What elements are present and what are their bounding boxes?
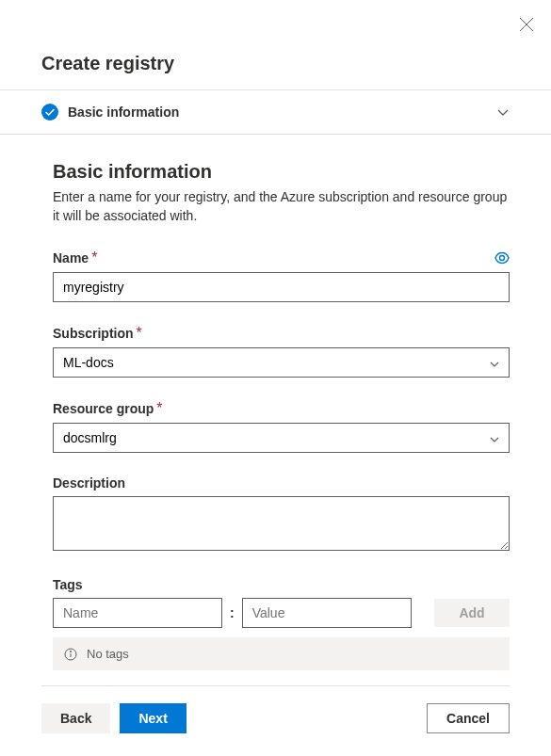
resource-group-select[interactable] (53, 423, 510, 453)
name-label: Name (53, 250, 89, 265)
description-label: Description (53, 475, 125, 491)
close-icon[interactable] (519, 17, 534, 32)
tags-label: Tags (53, 577, 83, 592)
check-circle-icon (41, 104, 58, 121)
cancel-button[interactable]: Cancel (427, 703, 510, 733)
name-input[interactable] (53, 272, 510, 302)
subscription-select[interactable] (53, 347, 510, 378)
required-asterisk: * (156, 400, 162, 417)
svg-point-3 (500, 256, 505, 261)
next-button[interactable]: Next (120, 703, 186, 733)
add-tag-button[interactable]: Add (434, 599, 510, 627)
svg-point-2 (41, 104, 58, 121)
required-asterisk: * (137, 325, 142, 342)
required-asterisk: * (91, 249, 97, 266)
description-textarea[interactable] (53, 496, 510, 551)
info-icon (64, 648, 77, 661)
tag-name-input[interactable] (53, 598, 222, 628)
svg-point-6 (70, 651, 71, 651)
subscription-label: Subscription (53, 326, 134, 341)
section-description: Enter a name for your registry, and the … (53, 188, 510, 225)
back-button[interactable]: Back (41, 703, 110, 733)
chevron-down-icon (496, 105, 510, 119)
tag-colon: : (230, 605, 235, 620)
resource-group-label: Resource group (53, 401, 154, 416)
page-title: Create registry (0, 0, 551, 90)
no-tags-message: No tags (53, 637, 510, 670)
no-tags-text: No tags (87, 647, 129, 661)
step-basic-information[interactable]: Basic information (0, 90, 551, 135)
preview-eye-icon[interactable] (494, 250, 510, 265)
step-label: Basic information (68, 105, 496, 120)
section-heading: Basic information (53, 161, 510, 183)
tag-value-input[interactable] (242, 598, 412, 628)
